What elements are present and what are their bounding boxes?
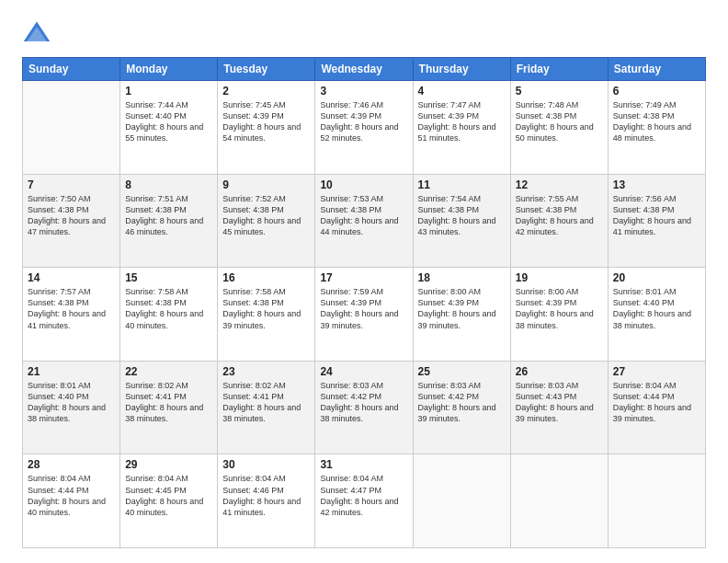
- day-info: Sunrise: 7:56 AMSunset: 4:38 PMDaylight:…: [613, 193, 700, 238]
- day-number: 15: [125, 271, 212, 284]
- calendar-day-cell: 19Sunrise: 8:00 AMSunset: 4:39 PMDayligh…: [510, 268, 608, 362]
- calendar-day-cell: 29Sunrise: 8:04 AMSunset: 4:45 PMDayligh…: [120, 454, 218, 548]
- day-info: Sunrise: 7:57 AMSunset: 4:38 PMDaylight:…: [28, 286, 115, 331]
- day-info: Sunrise: 7:53 AMSunset: 4:38 PMDaylight:…: [320, 193, 407, 238]
- calendar-day-cell: [413, 454, 510, 548]
- day-number: 8: [125, 178, 212, 191]
- calendar-week-row: 1Sunrise: 7:44 AMSunset: 4:40 PMDaylight…: [23, 81, 706, 175]
- calendar-day-cell: 7Sunrise: 7:50 AMSunset: 4:38 PMDaylight…: [23, 174, 120, 268]
- calendar-day-cell: 2Sunrise: 7:45 AMSunset: 4:39 PMDaylight…: [218, 81, 315, 175]
- day-of-week-header: Monday: [120, 58, 218, 81]
- calendar-day-cell: 8Sunrise: 7:51 AMSunset: 4:38 PMDaylight…: [120, 174, 218, 268]
- calendar-day-cell: 20Sunrise: 8:01 AMSunset: 4:40 PMDayligh…: [608, 268, 705, 362]
- day-number: 26: [516, 365, 603, 378]
- calendar-week-row: 7Sunrise: 7:50 AMSunset: 4:38 PMDaylight…: [23, 174, 706, 268]
- day-info: Sunrise: 7:51 AMSunset: 4:38 PMDaylight:…: [125, 193, 212, 238]
- day-number: 5: [516, 85, 603, 98]
- day-info: Sunrise: 8:04 AMSunset: 4:44 PMDaylight:…: [613, 380, 700, 425]
- day-number: 12: [516, 178, 603, 191]
- day-number: 17: [320, 271, 407, 284]
- day-info: Sunrise: 7:49 AMSunset: 4:38 PMDaylight:…: [613, 99, 700, 144]
- calendar-day-cell: 11Sunrise: 7:54 AMSunset: 4:38 PMDayligh…: [413, 174, 510, 268]
- day-info: Sunrise: 8:00 AMSunset: 4:39 PMDaylight:…: [516, 286, 603, 331]
- day-number: 23: [222, 365, 310, 378]
- calendar-day-cell: 17Sunrise: 7:59 AMSunset: 4:39 PMDayligh…: [315, 268, 413, 362]
- calendar-week-row: 21Sunrise: 8:01 AMSunset: 4:40 PMDayligh…: [23, 361, 706, 454]
- day-number: 19: [516, 271, 603, 284]
- logo: [22, 18, 57, 48]
- day-of-week-header: Wednesday: [315, 58, 413, 81]
- day-of-week-header: Thursday: [413, 58, 510, 81]
- day-info: Sunrise: 8:01 AMSunset: 4:40 PMDaylight:…: [28, 380, 115, 425]
- calendar-day-cell: 4Sunrise: 7:47 AMSunset: 4:39 PMDaylight…: [413, 81, 510, 175]
- calendar-day-cell: 25Sunrise: 8:03 AMSunset: 4:42 PMDayligh…: [413, 361, 510, 454]
- day-of-week-header: Friday: [510, 58, 608, 81]
- day-number: 3: [320, 85, 407, 98]
- calendar-day-cell: 26Sunrise: 8:03 AMSunset: 4:43 PMDayligh…: [510, 361, 608, 454]
- calendar-day-cell: 1Sunrise: 7:44 AMSunset: 4:40 PMDaylight…: [120, 81, 218, 175]
- calendar-day-cell: 15Sunrise: 7:58 AMSunset: 4:38 PMDayligh…: [120, 268, 218, 362]
- calendar-day-cell: 21Sunrise: 8:01 AMSunset: 4:40 PMDayligh…: [23, 361, 120, 454]
- day-number: 18: [418, 271, 506, 284]
- day-info: Sunrise: 7:55 AMSunset: 4:38 PMDaylight:…: [516, 193, 603, 238]
- day-number: 10: [320, 178, 407, 191]
- day-info: Sunrise: 7:44 AMSunset: 4:40 PMDaylight:…: [125, 99, 212, 144]
- day-number: 24: [320, 365, 407, 378]
- day-info: Sunrise: 8:00 AMSunset: 4:39 PMDaylight:…: [418, 286, 506, 331]
- calendar-day-cell: 22Sunrise: 8:02 AMSunset: 4:41 PMDayligh…: [120, 361, 218, 454]
- day-number: 31: [320, 458, 407, 471]
- day-number: 22: [125, 365, 212, 378]
- day-info: Sunrise: 8:04 AMSunset: 4:46 PMDaylight:…: [222, 473, 310, 518]
- day-info: Sunrise: 7:50 AMSunset: 4:38 PMDaylight:…: [28, 193, 115, 238]
- day-number: 29: [125, 458, 212, 471]
- day-number: 7: [28, 178, 115, 191]
- calendar-day-cell: 13Sunrise: 7:56 AMSunset: 4:38 PMDayligh…: [608, 174, 705, 268]
- day-info: Sunrise: 8:02 AMSunset: 4:41 PMDaylight:…: [222, 380, 310, 425]
- calendar-day-cell: [608, 454, 705, 548]
- day-number: 20: [613, 271, 700, 284]
- day-info: Sunrise: 7:47 AMSunset: 4:39 PMDaylight:…: [418, 99, 506, 144]
- day-info: Sunrise: 8:02 AMSunset: 4:41 PMDaylight:…: [125, 380, 212, 425]
- calendar-day-cell: 3Sunrise: 7:46 AMSunset: 4:39 PMDaylight…: [315, 81, 413, 175]
- day-info: Sunrise: 8:04 AMSunset: 4:47 PMDaylight:…: [320, 473, 407, 518]
- header: [22, 18, 706, 48]
- day-number: 21: [28, 365, 115, 378]
- logo-icon: [22, 18, 51, 48]
- calendar-day-cell: 6Sunrise: 7:49 AMSunset: 4:38 PMDaylight…: [608, 81, 705, 175]
- day-number: 2: [222, 85, 310, 98]
- calendar-day-cell: 28Sunrise: 8:04 AMSunset: 4:44 PMDayligh…: [23, 454, 120, 548]
- day-number: 14: [28, 271, 115, 284]
- day-info: Sunrise: 8:03 AMSunset: 4:43 PMDaylight:…: [516, 380, 603, 425]
- day-of-week-header: Saturday: [608, 58, 705, 81]
- day-number: 1: [125, 85, 212, 98]
- day-number: 13: [613, 178, 700, 191]
- calendar-day-cell: 14Sunrise: 7:57 AMSunset: 4:38 PMDayligh…: [23, 268, 120, 362]
- day-info: Sunrise: 8:01 AMSunset: 4:40 PMDaylight:…: [613, 286, 700, 331]
- day-info: Sunrise: 7:45 AMSunset: 4:39 PMDaylight:…: [222, 99, 310, 144]
- calendar-day-cell: 31Sunrise: 8:04 AMSunset: 4:47 PMDayligh…: [315, 454, 413, 548]
- day-number: 11: [418, 178, 506, 191]
- calendar-day-cell: 30Sunrise: 8:04 AMSunset: 4:46 PMDayligh…: [218, 454, 315, 548]
- calendar-header-row: SundayMondayTuesdayWednesdayThursdayFrid…: [23, 58, 706, 81]
- day-number: 4: [418, 85, 506, 98]
- day-info: Sunrise: 7:46 AMSunset: 4:39 PMDaylight:…: [320, 99, 407, 144]
- calendar-day-cell: 27Sunrise: 8:04 AMSunset: 4:44 PMDayligh…: [608, 361, 705, 454]
- calendar-day-cell: 24Sunrise: 8:03 AMSunset: 4:42 PMDayligh…: [315, 361, 413, 454]
- calendar-day-cell: 16Sunrise: 7:58 AMSunset: 4:38 PMDayligh…: [218, 268, 315, 362]
- calendar-day-cell: 23Sunrise: 8:02 AMSunset: 4:41 PMDayligh…: [218, 361, 315, 454]
- page: SundayMondayTuesdayWednesdayThursdayFrid…: [0, 0, 728, 563]
- day-info: Sunrise: 7:52 AMSunset: 4:38 PMDaylight:…: [222, 193, 310, 238]
- day-info: Sunrise: 8:03 AMSunset: 4:42 PMDaylight:…: [320, 380, 407, 425]
- day-number: 16: [222, 271, 310, 284]
- day-of-week-header: Sunday: [23, 58, 120, 81]
- day-of-week-header: Tuesday: [218, 58, 315, 81]
- day-number: 27: [613, 365, 700, 378]
- calendar-day-cell: [23, 81, 120, 175]
- day-info: Sunrise: 8:04 AMSunset: 4:45 PMDaylight:…: [125, 473, 212, 518]
- day-number: 28: [28, 458, 115, 471]
- day-number: 25: [418, 365, 506, 378]
- day-info: Sunrise: 7:59 AMSunset: 4:39 PMDaylight:…: [320, 286, 407, 331]
- calendar-day-cell: [510, 454, 608, 548]
- day-number: 6: [613, 85, 700, 98]
- day-info: Sunrise: 7:58 AMSunset: 4:38 PMDaylight:…: [222, 286, 310, 331]
